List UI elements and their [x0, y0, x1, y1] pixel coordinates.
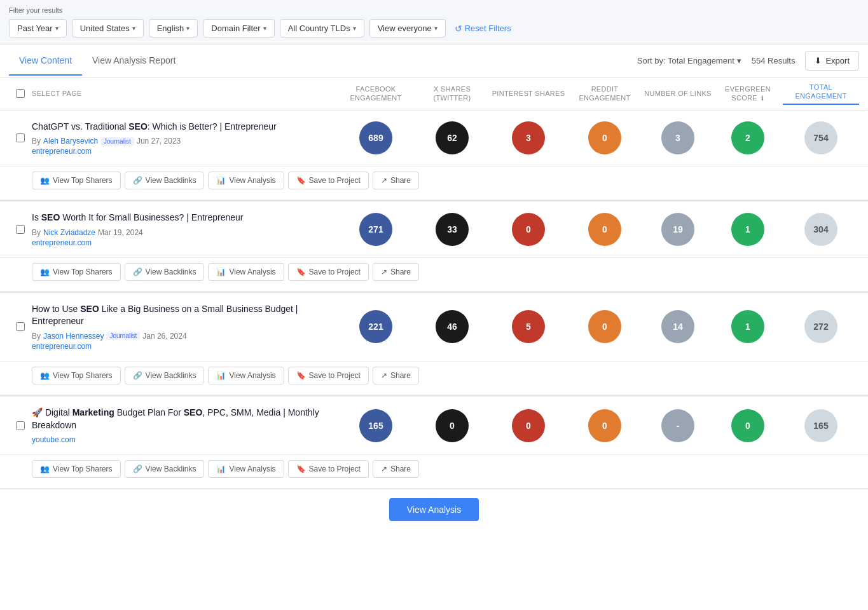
- table-header: Select Page FACEBOOK ENGAGEMENT X SHARES…: [0, 78, 868, 111]
- tabs-row: View Content View Analysis Report Sort b…: [0, 44, 868, 78]
- view-top-sharers-icon-4: 👥: [40, 464, 50, 473]
- metric-total-4: 165: [783, 409, 859, 442]
- row-checkbox-4[interactable]: [16, 421, 25, 430]
- column-header-facebook: FACEBOOK ENGAGEMENT: [338, 85, 414, 103]
- view-analysis-button-3[interactable]: 📊 View Analysis: [208, 367, 284, 384]
- save-to-project-icon-3: 🔖: [296, 371, 306, 380]
- save-to-project-button-3[interactable]: 🔖 Save to Project: [288, 367, 369, 384]
- save-to-project-button-1[interactable]: 🔖 Save to Project: [288, 172, 369, 189]
- metric-total-3: 272: [783, 310, 859, 343]
- article-info-3: How to Use SEO Like a Big Business on a …: [32, 303, 338, 351]
- article-domain-2[interactable]: entrepreneur.com: [32, 238, 330, 247]
- author-link-2[interactable]: Nick Zviadadze: [43, 228, 95, 237]
- tab-view-content[interactable]: View Content: [9, 46, 82, 76]
- action-row-3: 👥 View Top Sharers 🔗 View Backlinks 📊 Vi…: [0, 362, 868, 395]
- view-backlinks-button-1[interactable]: 🔗 View Backlinks: [125, 172, 205, 189]
- metric-pinterest-2: 0: [490, 213, 567, 246]
- author-link-1[interactable]: Aleh Barysevich: [43, 137, 98, 146]
- view-top-sharers-button-3[interactable]: 👥 View Top Sharers: [32, 367, 121, 384]
- articles-container: ChatGPT vs. Traditional SEO: Which is Be…: [0, 111, 868, 489]
- save-to-project-icon-1: 🔖: [296, 176, 306, 185]
- view-backlinks-button-4[interactable]: 🔗 View Backlinks: [125, 460, 205, 478]
- filter-buttons: Past Year ▾ United States ▾ English ▾ Do…: [9, 19, 859, 37]
- article-title-2: Is SEO Worth It for Small Businesses? | …: [32, 212, 330, 224]
- view-top-sharers-button-2[interactable]: 👥 View Top Sharers: [32, 263, 121, 281]
- save-to-project-button-2[interactable]: 🔖 Save to Project: [288, 263, 369, 281]
- metric-reddit-3: 0: [567, 310, 643, 343]
- article-domain-3[interactable]: entrepreneur.com: [32, 342, 330, 351]
- metric-circle-total-4: 165: [804, 409, 837, 442]
- view-backlinks-icon-4: 🔗: [133, 464, 142, 473]
- export-icon: ⬇: [815, 56, 822, 65]
- tld-filter[interactable]: All Country TLDs ▾: [280, 19, 364, 37]
- content-row-1: ChatGPT vs. Traditional SEO: Which is Be…: [0, 111, 868, 167]
- metric-evergreen-4: 0: [713, 409, 783, 442]
- metric-circle-facebook-1: 689: [359, 121, 392, 154]
- time-filter-chevron: ▾: [55, 25, 59, 32]
- row-checkbox-cell-2: [9, 225, 32, 234]
- view-backlinks-icon-1: 🔗: [133, 176, 142, 185]
- metric-xshares-3: 46: [414, 310, 490, 343]
- view-top-sharers-icon-3: 👥: [40, 371, 50, 380]
- column-header-reddit: REDDIT ENGAGEMENT: [567, 85, 643, 103]
- audience-filter[interactable]: View everyone ▾: [369, 19, 446, 37]
- content-row-2: Is SEO Worth It for Small Businesses? | …: [0, 201, 868, 258]
- article-domain-4[interactable]: youtube.com: [32, 435, 330, 444]
- article-row-wrapper-1: ChatGPT vs. Traditional SEO: Which is Be…: [0, 111, 868, 202]
- share-button-2[interactable]: ↗ Share: [373, 263, 419, 281]
- view-backlinks-button-2[interactable]: 🔗 View Backlinks: [125, 263, 205, 281]
- view-top-sharers-button-4[interactable]: 👥 View Top Sharers: [32, 460, 121, 478]
- view-backlinks-icon-3: 🔗: [133, 371, 142, 380]
- view-top-sharers-button-1[interactable]: 👥 View Top Sharers: [32, 172, 121, 189]
- metric-facebook-3: 221: [338, 310, 414, 343]
- audience-filter-label: View everyone: [378, 24, 432, 33]
- metric-reddit-1: 0: [567, 121, 643, 154]
- country-filter-chevron: ▾: [132, 25, 135, 32]
- article-title-3: How to Use SEO Like a Big Business on a …: [32, 303, 330, 328]
- metric-circle-reddit-2: 0: [588, 213, 621, 246]
- row-checkbox-1[interactable]: [16, 133, 25, 142]
- save-to-project-button-4[interactable]: 🔖 Save to Project: [288, 460, 369, 478]
- tab-view-analysis-report[interactable]: View Analysis Report: [82, 46, 186, 76]
- share-icon-3: ↗: [381, 371, 387, 380]
- select-all-checkbox[interactable]: [16, 89, 25, 98]
- sort-by-dropdown[interactable]: Sort by: Total Engagement ▾: [637, 56, 741, 65]
- metric-circle-links-2: 19: [661, 213, 694, 246]
- metric-circle-facebook-3: 221: [359, 310, 392, 343]
- metric-circle-evergreen-2: 1: [731, 213, 764, 246]
- share-button-1[interactable]: ↗ Share: [373, 172, 419, 189]
- view-analysis-button[interactable]: View Analysis: [389, 498, 479, 521]
- evergreen-info-icon[interactable]: ℹ: [761, 95, 764, 102]
- language-filter[interactable]: English ▾: [149, 19, 198, 37]
- metric-pinterest-1: 3: [490, 121, 567, 154]
- share-button-4[interactable]: ↗ Share: [373, 460, 419, 478]
- metric-circle-reddit-1: 0: [588, 121, 621, 154]
- article-info-2: Is SEO Worth It for Small Businesses? | …: [32, 212, 338, 247]
- article-info-1: ChatGPT vs. Traditional SEO: Which is Be…: [32, 121, 338, 156]
- author-link-3[interactable]: Jason Hennessey: [43, 332, 104, 341]
- country-filter[interactable]: United States ▾: [72, 19, 144, 37]
- view-analysis-button-1[interactable]: 📊 View Analysis: [208, 172, 284, 189]
- metric-circle-links-3: 14: [661, 310, 694, 343]
- tld-filter-chevron: ▾: [353, 25, 356, 32]
- view-analysis-icon-3: 📊: [216, 371, 226, 380]
- metric-reddit-4: 0: [567, 409, 643, 442]
- metric-facebook-2: 271: [338, 213, 414, 246]
- time-filter[interactable]: Past Year ▾: [9, 19, 67, 37]
- article-domain-1[interactable]: entrepreneur.com: [32, 147, 330, 156]
- row-checkbox-2[interactable]: [16, 225, 25, 234]
- view-backlinks-button-3[interactable]: 🔗 View Backlinks: [125, 367, 205, 384]
- view-analysis-icon-2: 📊: [216, 268, 226, 276]
- row-checkbox-cell-1: [9, 133, 32, 142]
- metric-pinterest-3: 5: [490, 310, 567, 343]
- view-analysis-button-4[interactable]: 📊 View Analysis: [208, 460, 284, 478]
- content-row-4: 🚀 Digital Marketing Budget Plan For SEO,…: [0, 396, 868, 455]
- metric-circle-total-1: 754: [804, 121, 837, 154]
- export-button[interactable]: ⬇ Export: [805, 51, 859, 71]
- domain-filter[interactable]: Domain Filter ▾: [203, 19, 274, 37]
- view-analysis-button-2[interactable]: 📊 View Analysis: [208, 263, 284, 281]
- reset-filters-button[interactable]: ↺ Reset Filters: [455, 24, 511, 34]
- reset-icon: ↺: [455, 24, 462, 34]
- row-checkbox-3[interactable]: [16, 322, 25, 331]
- share-button-3[interactable]: ↗ Share: [373, 367, 419, 384]
